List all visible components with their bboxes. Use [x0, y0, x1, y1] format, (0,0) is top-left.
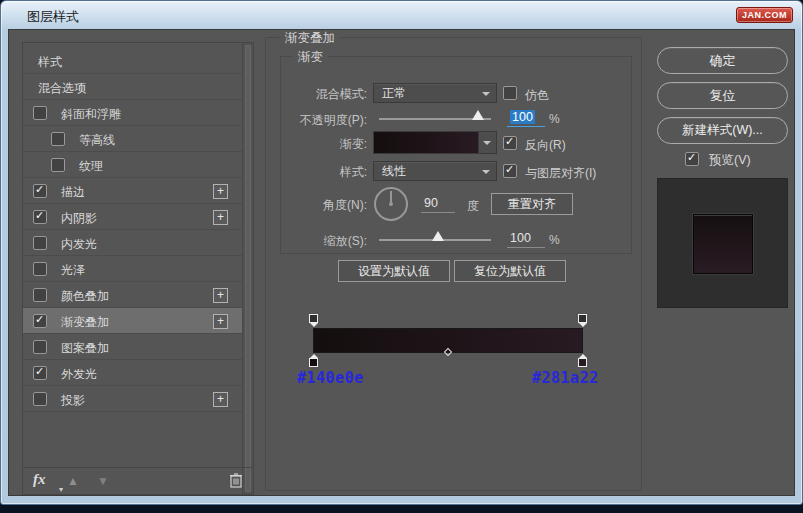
- checkbox-unchecked[interactable]: [33, 340, 47, 354]
- scale-label: 缩放(S):: [281, 233, 367, 250]
- sidebar-scrollbar[interactable]: [242, 43, 253, 494]
- scale-slider[interactable]: [379, 231, 491, 245]
- sidebar-item-drop-shadow[interactable]: 投影 +: [23, 386, 253, 412]
- gradient-midpoint-marker[interactable]: [444, 348, 452, 356]
- checkbox-checked[interactable]: ✓: [33, 314, 47, 328]
- style-select[interactable]: 线性: [373, 161, 497, 181]
- sidebar-item-bevel-emboss[interactable]: 斜面和浮雕: [23, 100, 253, 126]
- gradient-dropdown-arrow[interactable]: [478, 132, 496, 153]
- add-effect-plus-button[interactable]: +: [213, 184, 228, 199]
- checkbox-checked[interactable]: ✓: [33, 210, 47, 224]
- scale-unit: %: [549, 233, 560, 247]
- opacity-unit: %: [549, 112, 560, 126]
- sidebar-item-texture[interactable]: 纹理: [23, 152, 253, 178]
- gradient-label: 渐变:: [281, 136, 367, 153]
- move-effect-up-button[interactable]: ▲: [67, 474, 79, 488]
- gradient-preview-bar[interactable]: [313, 328, 583, 353]
- move-effect-down-button[interactable]: ▼: [97, 474, 109, 488]
- angle-value: 90: [424, 196, 438, 210]
- align-with-layer-checkbox[interactable]: ✓: [503, 164, 517, 178]
- angle-label: 角度(N):: [281, 197, 367, 214]
- gradient-swatch[interactable]: [374, 132, 478, 153]
- delete-effect-button[interactable]: [229, 472, 243, 492]
- opacity-row: 不透明度(P): 100 %: [281, 110, 631, 130]
- checkbox-unchecked[interactable]: [33, 106, 47, 120]
- angle-value-field[interactable]: 90: [421, 196, 455, 213]
- checkbox-checked[interactable]: ✓: [33, 184, 47, 198]
- checkbox-unchecked[interactable]: [33, 262, 47, 276]
- checkbox-checked[interactable]: ✓: [33, 366, 47, 380]
- check-icon: ✓: [505, 163, 514, 176]
- checkbox-unchecked[interactable]: [51, 158, 65, 172]
- color-stop-right[interactable]: [577, 354, 588, 367]
- sidebar-item-label: 图案叠加: [61, 340, 109, 357]
- gradient-picker[interactable]: [373, 131, 497, 154]
- preview-checkbox[interactable]: ✓: [685, 152, 699, 166]
- style-preview-swatch: [693, 214, 753, 274]
- slider-thumb[interactable]: [472, 110, 484, 120]
- color-stop-left[interactable]: [308, 354, 319, 367]
- sidebar-item-outer-glow[interactable]: ✓ 外发光: [23, 360, 253, 386]
- sidebar-item-satin[interactable]: 光泽: [23, 256, 253, 282]
- checkbox-unchecked[interactable]: [33, 236, 47, 250]
- preview-label: 预览(V): [709, 152, 751, 169]
- blend-mode-value: 正常: [382, 86, 406, 100]
- sidebar-item-color-overlay[interactable]: 颜色叠加 +: [23, 282, 253, 308]
- opacity-stop-left[interactable]: [308, 314, 319, 327]
- scrollbar-thumb[interactable]: [245, 45, 251, 492]
- opacity-stop-right[interactable]: [577, 314, 588, 327]
- add-effect-plus-button[interactable]: +: [213, 392, 228, 407]
- sidebar-item-inner-shadow[interactable]: ✓ 内阴影 +: [23, 204, 253, 230]
- add-effect-plus-button[interactable]: +: [213, 288, 228, 303]
- sidebar-item-pattern-overlay[interactable]: 图案叠加: [23, 334, 253, 360]
- sidebar-item-blending-options[interactable]: 混合选项: [23, 74, 253, 100]
- sidebar-item-label: 投影: [61, 392, 85, 409]
- blend-mode-select[interactable]: 正常: [373, 83, 497, 103]
- sidebar-footer: fx▾ ▲ ▼: [23, 467, 253, 494]
- dial-center-dot: [389, 202, 393, 206]
- sidebar-item-label: 颜色叠加: [61, 288, 109, 305]
- sidebar-item-label: 斜面和浮雕: [61, 106, 121, 123]
- make-default-button[interactable]: 设置为默认值: [338, 260, 450, 282]
- styles-list: 样式 混合选项 斜面和浮雕 等高线 纹理: [23, 43, 253, 467]
- reset-default-button[interactable]: 复位为默认值: [454, 260, 566, 282]
- sidebar-item-label: 内阴影: [61, 210, 97, 227]
- check-icon: ✓: [35, 365, 44, 378]
- check-icon: ✓: [35, 209, 44, 222]
- reverse-checkbox[interactable]: ✓: [503, 136, 517, 150]
- angle-dial[interactable]: [374, 187, 408, 221]
- blend-mode-label: 混合模式:: [281, 86, 367, 103]
- title-bar[interactable]: 图层样式 JAN.COM: [1, 1, 802, 29]
- checkbox-unchecked[interactable]: [51, 132, 65, 146]
- sidebar-item-label: 混合选项: [38, 80, 86, 97]
- opacity-value-field[interactable]: 100: [507, 110, 545, 127]
- sidebar-item-inner-glow[interactable]: 内发光: [23, 230, 253, 256]
- style-preview-area: [657, 178, 788, 308]
- reset-alignment-button[interactable]: 重置对齐: [491, 193, 573, 215]
- sidebar-item-stroke[interactable]: ✓ 描边 +: [23, 178, 253, 204]
- new-style-button[interactable]: 新建样式(W)...: [657, 117, 788, 144]
- add-effect-plus-button[interactable]: +: [213, 314, 228, 329]
- sidebar-item-contour[interactable]: 等高线: [23, 126, 253, 152]
- sidebar-item-gradient-overlay[interactable]: ✓ 渐变叠加 +: [23, 308, 253, 334]
- add-effect-plus-button[interactable]: +: [213, 210, 228, 225]
- chevron-down-icon: [482, 170, 490, 174]
- cancel-button[interactable]: 复位: [657, 82, 788, 109]
- scale-value-field[interactable]: 100: [507, 231, 545, 248]
- opacity-slider[interactable]: [379, 110, 491, 124]
- ok-button[interactable]: 确定: [657, 47, 788, 74]
- gradient-row: 渐变: ✓ 反向(R): [281, 131, 631, 157]
- sidebar-item-label: 描边: [61, 184, 85, 201]
- reverse-label: 反向(R): [525, 137, 566, 154]
- screenshot-root: 图层样式 JAN.COM 样式 混合选项 斜面和浮雕: [0, 0, 803, 513]
- check-icon: ✓: [35, 313, 44, 326]
- checkbox-unchecked[interactable]: [33, 288, 47, 302]
- dialog-title: 图层样式: [27, 8, 79, 26]
- fx-menu-button[interactable]: fx▾: [33, 471, 46, 488]
- dither-checkbox[interactable]: [503, 86, 517, 100]
- checkbox-unchecked[interactable]: [33, 392, 47, 406]
- caret-down-icon: ▾: [59, 484, 63, 494]
- group-title: 渐变: [293, 49, 328, 66]
- sidebar-item-styles[interactable]: 样式: [23, 48, 253, 74]
- slider-thumb[interactable]: [432, 231, 444, 241]
